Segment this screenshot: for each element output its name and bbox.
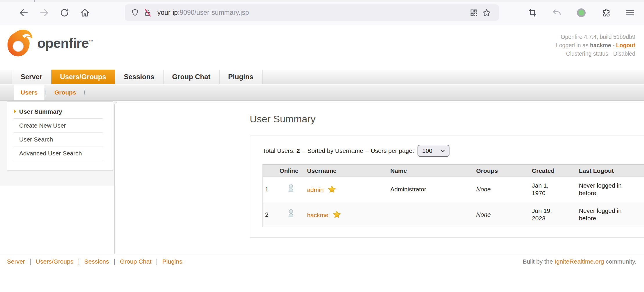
back-button[interactable] — [17, 6, 30, 19]
undo-button[interactable] — [551, 6, 563, 19]
site-header: openfire™ Openfire 4.7.4, build 51b9db9 … — [0, 25, 644, 70]
tab-plugins[interactable]: Plugins — [220, 70, 262, 84]
col-online: Online — [277, 165, 305, 177]
col-username: Username — [305, 165, 388, 177]
col-row-number — [263, 165, 277, 177]
screenshot-crop-icon — [528, 8, 537, 18]
main-tabbar: Server Users/Groups Sessions Group Chat … — [0, 70, 644, 84]
subtab-separator — [84, 89, 85, 96]
home-icon — [80, 8, 90, 18]
user-presence-icon — [287, 209, 295, 219]
sidebar-item-label: Advanced User Search — [19, 150, 82, 157]
trademark-symbol: ™ — [89, 39, 93, 44]
sidebar-item-advanced-user-search[interactable]: Advanced User Search — [14, 146, 102, 160]
login-dash: - — [613, 42, 615, 48]
credit-prefix: Built by the — [523, 258, 553, 265]
footer-credit: Built by the IgniteRealtime.org communit… — [523, 258, 636, 265]
browser-tabstrip — [0, 0, 644, 2]
footer-link-group-chat[interactable]: Group Chat — [120, 258, 152, 265]
user-fullname: Administrator — [388, 177, 474, 202]
footer-link-server[interactable]: Server — [7, 258, 25, 265]
login-status: Logged in as hackme - Logout — [556, 41, 635, 50]
current-item-bullet-icon — [14, 109, 16, 113]
clustering-status: Clustering status - Disabled — [556, 50, 635, 58]
qr-scan-button[interactable] — [467, 6, 480, 19]
home-button[interactable] — [78, 6, 91, 19]
shield-icon[interactable] — [131, 8, 139, 17]
url-host: your-ip — [157, 9, 178, 16]
tab-group-chat[interactable]: Group Chat — [163, 70, 220, 84]
subtab-separator — [46, 89, 46, 96]
reload-button[interactable] — [58, 6, 71, 19]
user-groups: None — [474, 177, 530, 202]
footer-pipe: | — [114, 258, 115, 265]
reload-icon — [59, 8, 70, 18]
forward-icon — [39, 8, 49, 18]
screenshot-button[interactable] — [526, 6, 539, 19]
menu-hamburger-icon — [625, 8, 635, 18]
tab-users-groups[interactable]: Users/Groups — [51, 70, 115, 84]
footer-link-users-groups[interactable]: Users/Groups — [36, 258, 73, 265]
tab-sessions[interactable]: Sessions — [115, 70, 163, 84]
sidebar-item-create-new-user[interactable]: Create New User — [14, 119, 102, 133]
browser-toolbar: your-ip:9090/user-summary.jsp — [0, 0, 644, 25]
logo-wordmark: openfire™ — [37, 35, 93, 51]
credit-suffix: community. — [606, 258, 636, 265]
version-text: Openfire 4.7.4, build 51b9db9 — [556, 33, 635, 41]
user-summary-box: Total Users: 2 -- Sorted by Username -- … — [250, 135, 644, 237]
lock-slash-icon[interactable] — [143, 8, 152, 17]
record-indicator-icon — [576, 8, 587, 18]
ignite-realtime-link[interactable]: IgniteRealtime.org — [555, 258, 604, 265]
username-link[interactable]: hackme — [307, 212, 328, 218]
footer-link-plugins[interactable]: Plugins — [162, 258, 182, 265]
sidebar-item-label: User Summary — [19, 108, 62, 115]
forward-button[interactable] — [38, 6, 51, 19]
user-created: Jan 1, 1970 — [532, 182, 561, 197]
qr-code-icon — [469, 8, 478, 17]
sidebar-item-label: User Search — [19, 136, 53, 143]
sub-tabbar: Users Groups — [0, 85, 644, 101]
summary-line: Total Users: 2 -- Sorted by Username -- … — [262, 145, 449, 157]
user-created: Jun 19, 2023 — [532, 207, 561, 222]
user-fullname — [388, 202, 474, 227]
menu-button[interactable] — [624, 6, 636, 19]
users-table: Online Username Name Groups Created Last… — [262, 164, 644, 227]
page-title: User Summary — [250, 113, 316, 125]
tab-server[interactable]: Server — [12, 70, 51, 84]
bookmark-star-icon — [482, 8, 491, 17]
users-per-page-select[interactable]: 100 — [418, 145, 449, 157]
admin-star-icon — [332, 210, 341, 219]
openfire-logo[interactable]: openfire™ — [6, 28, 93, 58]
user-presence-icon — [287, 184, 295, 193]
table-row: 2 hackme — [263, 202, 644, 227]
sidebar-item-user-search[interactable]: User Search — [14, 133, 102, 146]
logout-link[interactable]: Logout — [616, 42, 635, 48]
content-area: User Summary Total Users: 2 -- Sorted by… — [0, 101, 644, 254]
username-link[interactable]: admin — [307, 186, 323, 193]
url-text[interactable]: your-ip:9090/user-summary.jsp — [157, 9, 249, 17]
admin-star-icon — [328, 185, 336, 194]
col-name: Name — [388, 165, 474, 177]
bookmark-button[interactable] — [480, 6, 493, 19]
summary-rest: -- Sorted by Username -- Users per page: — [302, 147, 414, 154]
per-page-value: 100 — [422, 147, 440, 154]
col-last-logout: Last Logout — [577, 165, 644, 177]
col-groups: Groups — [474, 165, 530, 177]
col-created: Created — [530, 165, 577, 177]
extensions-puzzle-icon — [601, 8, 611, 18]
subtab-users[interactable]: Users — [14, 85, 44, 100]
sidebar-item-user-summary[interactable]: User Summary — [14, 105, 102, 119]
user-groups: None — [474, 202, 530, 227]
user-last-logout: Never logged in before. — [579, 207, 641, 222]
page: your-ip:9090/user-summary.jsp — [0, 0, 644, 292]
extensions-button[interactable] — [599, 6, 612, 19]
address-bar[interactable]: your-ip:9090/user-summary.jsp — [125, 4, 499, 21]
undo-icon — [552, 8, 562, 18]
subtab-groups[interactable]: Groups — [47, 85, 83, 100]
main-panel: User Summary Total Users: 2 -- Sorted by… — [114, 102, 644, 254]
sidebar-item-label: Create New User — [19, 122, 66, 129]
footer-link-sessions[interactable]: Sessions — [84, 258, 109, 265]
back-icon — [19, 8, 29, 18]
recording-indicator[interactable] — [575, 6, 588, 19]
logged-in-username: hackme — [590, 42, 611, 48]
